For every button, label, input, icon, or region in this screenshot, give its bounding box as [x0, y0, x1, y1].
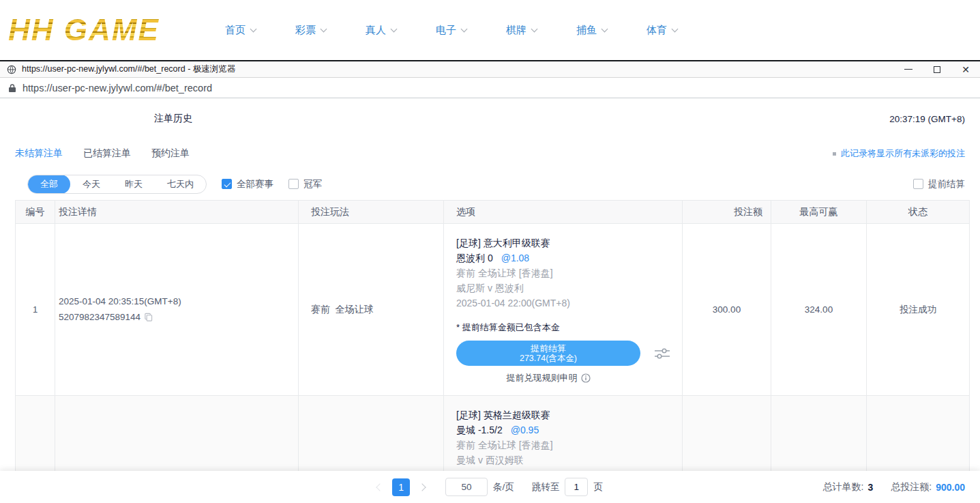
jump-unit-label: 页	[593, 481, 603, 493]
nav-item-cards[interactable]: 棋牌	[506, 24, 537, 37]
site-logo[interactable]: HH GAME	[8, 15, 199, 45]
nav-item-home[interactable]: 首页	[225, 24, 256, 37]
close-button[interactable]: ✕	[951, 61, 980, 77]
browser-title: https://user-pc-new.jylywl.com/#/bet_rec…	[22, 63, 235, 75]
header-maxwin: 最高可赢	[771, 201, 867, 224]
chevron-down-icon	[461, 25, 468, 32]
tab-unsettled[interactable]: 未结算注单	[15, 147, 63, 160]
jump-page-input[interactable]	[565, 478, 588, 496]
option-pick-line: 曼城 -1.5/2@0.95	[456, 422, 682, 437]
header-option: 选项	[444, 201, 683, 224]
date-filter-group: 全部 今天 昨天 七天内	[27, 175, 207, 194]
early-settle-checkbox[interactable]: 提前结算	[913, 178, 965, 190]
cashout-row: 提前结算 273.74(含本金)	[456, 341, 682, 366]
checkbox-checked-icon	[222, 179, 232, 189]
cashout-rule-link[interactable]: 提前兑现规则申明	[456, 371, 640, 386]
record-note: 此记录将显示所有未派彩的投注	[833, 147, 965, 160]
note-text: 此记录将显示所有未派彩的投注	[841, 147, 965, 160]
nav-label: 棋牌	[506, 24, 526, 37]
header-detail: 投注详情	[55, 201, 299, 224]
pill-yesterday[interactable]: 昨天	[113, 175, 155, 194]
nav-item-lottery[interactable]: 彩票	[295, 24, 326, 37]
cashout-button[interactable]: 提前结算 273.74(含本金)	[456, 341, 640, 366]
checkbox-unchecked-icon	[288, 179, 299, 189]
option-pick: 恩波利 0	[456, 253, 493, 263]
pill-today[interactable]: 今天	[70, 175, 113, 194]
nav-item-slots[interactable]: 电子	[436, 24, 466, 37]
chevron-down-icon	[250, 25, 257, 32]
nav-label: 体育	[647, 24, 667, 37]
header-status: 状态	[867, 201, 969, 224]
lock-icon	[8, 83, 16, 93]
info-icon	[581, 373, 591, 383]
table-header-row: 编号 投注详情 投注玩法 选项 投注额 最高可赢 状态	[16, 201, 969, 224]
page-number-button[interactable]: 1	[392, 478, 410, 496]
option-odds: @1.08	[501, 253, 529, 263]
tab-reserved[interactable]: 预约注单	[151, 147, 190, 160]
bet-id-line: 5207982347589144	[59, 309, 298, 326]
total-amount-group: 总投注额: 900.00	[891, 481, 965, 493]
option-match-time: 2025-01-04 22:00(GMT+8)	[456, 296, 682, 311]
jump-to-label: 跳转至	[532, 481, 560, 493]
nav-label: 电子	[436, 24, 456, 37]
address-bar: https://user-pc-new.jylywl.com/#/bet_rec…	[0, 78, 980, 98]
all-events-checkbox[interactable]: 全部赛事	[222, 178, 273, 190]
cell-status: 投注成功	[867, 224, 969, 396]
prev-page-icon[interactable]	[376, 483, 383, 491]
nav-item-fishing[interactable]: 捕鱼	[576, 24, 607, 37]
cell-play: 赛前 全场让球	[299, 224, 444, 396]
nav-item-live[interactable]: 真人	[366, 24, 396, 37]
checkbox-label: 全部赛事	[237, 178, 273, 190]
option-match: 威尼斯 v 恩波利	[456, 281, 682, 296]
sliders-icon[interactable]	[654, 347, 670, 360]
header-no: 编号	[16, 201, 55, 224]
globe-icon	[7, 65, 16, 74]
close-icon: ✕	[962, 65, 970, 74]
minimize-icon	[904, 69, 912, 70]
cashout-button-amount: 273.74(含本金)	[520, 354, 577, 364]
next-page-icon[interactable]	[418, 483, 426, 491]
option-pick: 曼城 -1.5/2	[456, 425, 503, 435]
totals: 总计单数: 3 总投注额: 900.00	[823, 481, 965, 493]
cell-maxwin: 324.00	[771, 224, 867, 396]
bet-record-page: 注单历史 20:37:19 (GMT+8) 未结算注单 已结算注单 预约注单 此…	[0, 98, 980, 503]
maximize-icon	[934, 66, 940, 73]
copy-icon[interactable]	[144, 313, 153, 324]
chevron-down-icon	[602, 25, 608, 32]
total-amount-label: 总投注额:	[891, 481, 932, 493]
page-title: 注单历史	[154, 113, 192, 125]
window-controls: ✕	[894, 61, 980, 77]
page-size-label: 条/页	[493, 481, 514, 493]
maximize-button[interactable]	[923, 61, 951, 77]
cell-option: [足球] 意大利甲级联赛 恩波利 0@1.08 赛前 全场让球 [香港盘] 威尼…	[444, 224, 683, 396]
pill-all[interactable]: 全部	[28, 175, 70, 194]
pagination: 1 条/页 跳转至 页	[377, 478, 603, 496]
note-bullet-icon	[833, 152, 836, 156]
bet-table: 编号 投注详情 投注玩法 选项 投注额 最高可赢 状态 1 2025-01-04…	[15, 200, 970, 503]
total-count-label: 总计单数:	[823, 481, 864, 493]
total-amount-value: 900.00	[936, 482, 965, 493]
minimize-button[interactable]	[894, 61, 923, 77]
chevron-down-icon	[391, 25, 398, 32]
cashout-rule-text: 提前兑现规则申明	[507, 371, 578, 386]
filter-row: 全部 今天 昨天 七天内 全部赛事 冠军 提前结算	[0, 168, 980, 200]
tab-settled[interactable]: 已结算注单	[83, 147, 131, 160]
table-row: 1 2025-01-04 20:35:15(GMT+8) 52079823475…	[16, 224, 969, 396]
option-match: 曼城 v 西汉姆联	[456, 452, 682, 468]
nav-item-sports[interactable]: 体育	[647, 24, 677, 37]
nav-label: 真人	[366, 24, 386, 37]
tabs-row: 未结算注单 已结算注单 预约注单 此记录将显示所有未派彩的投注	[0, 139, 980, 168]
total-count-value: 3	[867, 482, 873, 493]
browser-titlebar: https://user-pc-new.jylywl.com/#/bet_rec…	[0, 60, 980, 78]
option-pick-line: 恩波利 0@1.08	[456, 250, 682, 265]
bet-id: 5207982347589144	[59, 312, 140, 322]
pill-seven-days[interactable]: 七天内	[155, 175, 206, 194]
header-play: 投注玩法	[299, 201, 444, 224]
champion-checkbox[interactable]: 冠军	[288, 178, 322, 190]
header-amount: 投注额	[683, 201, 771, 224]
page-header: 注单历史 20:37:19 (GMT+8)	[0, 98, 980, 139]
url-text[interactable]: https://user-pc-new.jylywl.com/#/bet_rec…	[23, 83, 212, 94]
cashout-button-label: 提前结算	[531, 343, 566, 354]
cashout-note: * 提前结算金额已包含本金	[456, 320, 682, 335]
page-size-input[interactable]	[445, 478, 488, 496]
